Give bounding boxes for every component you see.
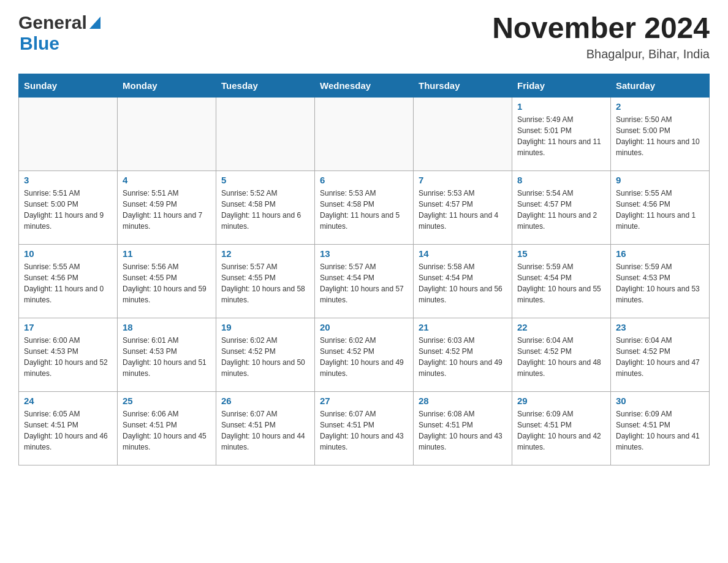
day-cell: 23Sunrise: 6:04 AMSunset: 4:52 PMDayligh… — [611, 318, 710, 391]
day-cell: 18Sunrise: 6:01 AMSunset: 4:53 PMDayligh… — [118, 318, 216, 391]
day-number: 28 — [419, 396, 507, 406]
day-cell: 26Sunrise: 6:07 AMSunset: 4:51 PMDayligh… — [216, 391, 315, 465]
day-info: Sunrise: 6:02 AMSunset: 4:52 PMDaylight:… — [320, 335, 408, 379]
day-number: 7 — [419, 175, 507, 185]
week-row-5: 24Sunrise: 6:05 AMSunset: 4:51 PMDayligh… — [19, 391, 710, 465]
day-info: Sunrise: 6:08 AMSunset: 4:51 PMDaylight:… — [419, 408, 507, 453]
day-number: 25 — [123, 396, 211, 406]
day-number: 11 — [123, 248, 211, 259]
day-info: Sunrise: 5:55 AMSunset: 4:56 PMDaylight:… — [24, 261, 112, 305]
day-number: 3 — [24, 175, 112, 185]
day-cell — [315, 97, 414, 170]
day-number: 10 — [24, 248, 112, 259]
day-info: Sunrise: 5:50 AMSunset: 5:00 PMDaylight:… — [616, 114, 704, 158]
day-info: Sunrise: 5:49 AMSunset: 5:01 PMDaylight:… — [517, 114, 605, 158]
logo-general-text: General — [18, 12, 87, 33]
day-cell — [19, 97, 118, 170]
day-cell: 25Sunrise: 6:06 AMSunset: 4:51 PMDayligh… — [118, 391, 216, 465]
week-row-3: 10Sunrise: 5:55 AMSunset: 4:56 PMDayligh… — [19, 244, 710, 318]
day-info: Sunrise: 6:06 AMSunset: 4:51 PMDaylight:… — [123, 408, 211, 453]
calendar-header: SundayMondayTuesdayWednesdayThursdayFrid… — [19, 74, 710, 97]
header-day-thursday: Thursday — [414, 74, 512, 97]
day-number: 8 — [517, 175, 605, 185]
day-info: Sunrise: 5:51 AMSunset: 5:00 PMDaylight:… — [24, 188, 112, 232]
day-number: 4 — [123, 175, 211, 185]
day-cell: 28Sunrise: 6:08 AMSunset: 4:51 PMDayligh… — [414, 391, 512, 465]
day-number: 9 — [616, 175, 704, 185]
logo-triangle-icon — [89, 17, 100, 31]
header-day-saturday: Saturday — [611, 74, 710, 97]
day-info: Sunrise: 5:59 AMSunset: 4:54 PMDaylight:… — [517, 261, 605, 305]
day-info: Sunrise: 5:55 AMSunset: 4:56 PMDaylight:… — [616, 188, 704, 232]
day-info: Sunrise: 6:03 AMSunset: 4:52 PMDaylight:… — [419, 335, 507, 379]
day-info: Sunrise: 5:53 AMSunset: 4:57 PMDaylight:… — [419, 188, 507, 232]
day-info: Sunrise: 5:58 AMSunset: 4:54 PMDaylight:… — [419, 261, 507, 305]
day-cell — [216, 97, 315, 170]
day-cell: 6Sunrise: 5:53 AMSunset: 4:58 PMDaylight… — [315, 170, 414, 244]
day-cell: 19Sunrise: 6:02 AMSunset: 4:52 PMDayligh… — [216, 318, 315, 391]
day-number: 2 — [616, 101, 704, 112]
day-cell: 22Sunrise: 6:04 AMSunset: 4:52 PMDayligh… — [512, 318, 611, 391]
day-number: 15 — [517, 248, 605, 259]
day-number: 12 — [221, 248, 309, 259]
day-cell: 5Sunrise: 5:52 AMSunset: 4:58 PMDaylight… — [216, 170, 315, 244]
header-day-monday: Monday — [118, 74, 216, 97]
day-info: Sunrise: 6:00 AMSunset: 4:53 PMDaylight:… — [24, 335, 112, 379]
svg-marker-0 — [89, 17, 100, 29]
day-number: 21 — [419, 322, 507, 332]
header-day-sunday: Sunday — [19, 74, 118, 97]
day-cell: 27Sunrise: 6:07 AMSunset: 4:51 PMDayligh… — [315, 391, 414, 465]
day-info: Sunrise: 5:59 AMSunset: 4:53 PMDaylight:… — [616, 261, 704, 305]
day-cell: 3Sunrise: 5:51 AMSunset: 5:00 PMDaylight… — [19, 170, 118, 244]
day-number: 5 — [221, 175, 309, 185]
day-number: 6 — [320, 175, 408, 185]
month-title: November 2024 — [492, 12, 710, 45]
header-row: SundayMondayTuesdayWednesdayThursdayFrid… — [19, 74, 710, 97]
header-day-wednesday: Wednesday — [315, 74, 414, 97]
day-info: Sunrise: 5:54 AMSunset: 4:57 PMDaylight:… — [517, 188, 605, 232]
header-day-friday: Friday — [512, 74, 611, 97]
day-cell: 14Sunrise: 5:58 AMSunset: 4:54 PMDayligh… — [414, 244, 512, 318]
day-info: Sunrise: 6:05 AMSunset: 4:51 PMDaylight:… — [24, 408, 112, 453]
day-cell: 8Sunrise: 5:54 AMSunset: 4:57 PMDaylight… — [512, 170, 611, 244]
week-row-1: 1Sunrise: 5:49 AMSunset: 5:01 PMDaylight… — [19, 97, 710, 170]
day-cell: 4Sunrise: 5:51 AMSunset: 4:59 PMDaylight… — [118, 170, 216, 244]
day-number: 24 — [24, 396, 112, 406]
day-info: Sunrise: 6:02 AMSunset: 4:52 PMDaylight:… — [221, 335, 309, 379]
day-number: 20 — [320, 322, 408, 332]
day-info: Sunrise: 6:07 AMSunset: 4:51 PMDaylight:… — [320, 408, 408, 453]
logo-blue-text: Blue — [20, 33, 59, 53]
day-cell: 1Sunrise: 5:49 AMSunset: 5:01 PMDaylight… — [512, 97, 611, 170]
day-info: Sunrise: 6:07 AMSunset: 4:51 PMDaylight:… — [221, 408, 309, 453]
day-number: 17 — [24, 322, 112, 332]
week-row-4: 17Sunrise: 6:00 AMSunset: 4:53 PMDayligh… — [19, 318, 710, 391]
day-cell: 10Sunrise: 5:55 AMSunset: 4:56 PMDayligh… — [19, 244, 118, 318]
day-number: 27 — [320, 396, 408, 406]
day-info: Sunrise: 6:09 AMSunset: 4:51 PMDaylight:… — [517, 408, 605, 453]
day-number: 30 — [616, 396, 704, 406]
header-day-tuesday: Tuesday — [216, 74, 315, 97]
day-info: Sunrise: 5:57 AMSunset: 4:54 PMDaylight:… — [320, 261, 408, 305]
day-cell: 16Sunrise: 5:59 AMSunset: 4:53 PMDayligh… — [611, 244, 710, 318]
day-cell: 17Sunrise: 6:00 AMSunset: 4:53 PMDayligh… — [19, 318, 118, 391]
day-number: 23 — [616, 322, 704, 332]
day-number: 19 — [221, 322, 309, 332]
day-cell: 20Sunrise: 6:02 AMSunset: 4:52 PMDayligh… — [315, 318, 414, 391]
day-cell — [414, 97, 512, 170]
day-cell: 24Sunrise: 6:05 AMSunset: 4:51 PMDayligh… — [19, 391, 118, 465]
day-number: 22 — [517, 322, 605, 332]
title-block: November 2024 Bhagalpur, Bihar, India — [492, 12, 710, 61]
day-cell: 15Sunrise: 5:59 AMSunset: 4:54 PMDayligh… — [512, 244, 611, 318]
day-number: 26 — [221, 396, 309, 406]
day-info: Sunrise: 5:56 AMSunset: 4:55 PMDaylight:… — [123, 261, 211, 305]
calendar-table: SundayMondayTuesdayWednesdayThursdayFrid… — [18, 74, 710, 465]
day-info: Sunrise: 5:53 AMSunset: 4:58 PMDaylight:… — [320, 188, 408, 232]
day-info: Sunrise: 6:04 AMSunset: 4:52 PMDaylight:… — [517, 335, 605, 379]
day-number: 14 — [419, 248, 507, 259]
day-cell: 12Sunrise: 5:57 AMSunset: 4:55 PMDayligh… — [216, 244, 315, 318]
day-number: 16 — [616, 248, 704, 259]
day-cell: 21Sunrise: 6:03 AMSunset: 4:52 PMDayligh… — [414, 318, 512, 391]
day-cell: 11Sunrise: 5:56 AMSunset: 4:55 PMDayligh… — [118, 244, 216, 318]
day-info: Sunrise: 6:01 AMSunset: 4:53 PMDaylight:… — [123, 335, 211, 379]
week-row-2: 3Sunrise: 5:51 AMSunset: 5:00 PMDaylight… — [19, 170, 710, 244]
